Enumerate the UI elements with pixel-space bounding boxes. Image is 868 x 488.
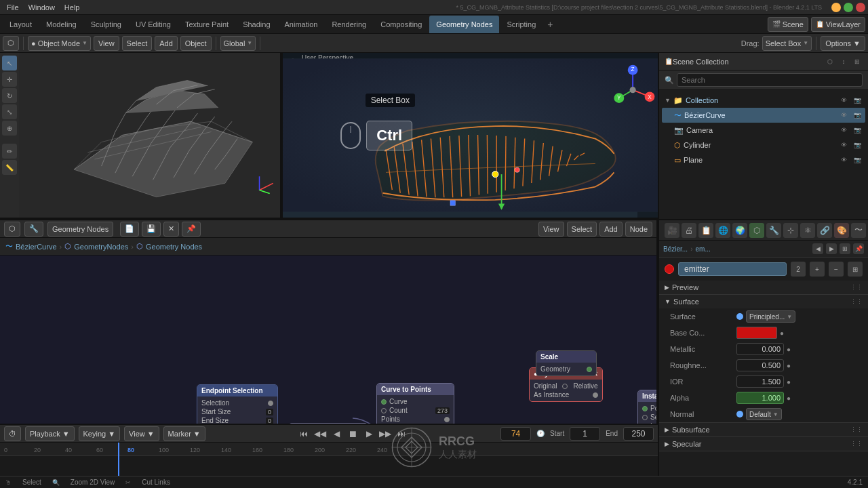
- tab-uv-editing[interactable]: UV Editing: [129, 16, 178, 33]
- select-tool-btn[interactable]: ↖: [2, 56, 17, 70]
- tab-geometry-nodes[interactable]: Geometry Nodes: [429, 16, 499, 33]
- props-world-icon[interactable]: 🌍: [732, 223, 747, 238]
- keying-btn[interactable]: Keying ▼: [79, 426, 121, 441]
- specular-section-header[interactable]: ▶ Specular ⋮⋮: [659, 437, 868, 451]
- props-material-icon[interactable]: 🎨: [834, 223, 849, 238]
- outliner-item-cylinder[interactable]: ⬡ Cylinder 👁 📷: [662, 138, 865, 152]
- viewport-main[interactable]: ◎ User Perspective (74) Collection | Béz…: [281, 53, 658, 219]
- cylinder-view-btn[interactable]: 👁: [838, 140, 849, 150]
- outliner-filter-btn[interactable]: ⬡: [825, 56, 835, 67]
- select-menu-btn[interactable]: Select: [122, 36, 153, 51]
- stop-btn[interactable]: ⏹: [346, 427, 359, 441]
- transform-tool-btn[interactable]: ⊕: [2, 121, 17, 136]
- outliner-restrict-btn[interactable]: ⊞: [852, 56, 863, 67]
- playback-btn[interactable]: Playback ▼: [25, 426, 75, 441]
- props-output-icon[interactable]: 🖨: [682, 223, 696, 238]
- tab-scripting[interactable]: Scripting: [500, 16, 542, 33]
- endpoint-selection-out-dot[interactable]: [268, 401, 273, 406]
- select-box-dropdown[interactable]: Select Box: [762, 36, 812, 51]
- collection-render-btn[interactable]: 📷: [852, 95, 863, 106]
- play-back-btn[interactable]: ◀: [330, 427, 343, 441]
- bezier-view-btn[interactable]: 👁: [838, 110, 849, 121]
- scale-tool-btn[interactable]: ⤡: [2, 104, 17, 119]
- tab-layout[interactable]: Layout: [3, 16, 39, 33]
- pin-node-tree-btn[interactable]: 📌: [182, 222, 201, 237]
- props-nav-prev-btn[interactable]: ◀: [812, 243, 823, 254]
- save-node-tree-btn[interactable]: 💾: [142, 222, 161, 237]
- iop-points-in-dot[interactable]: [642, 406, 648, 411]
- props-scene-icon[interactable]: 🌐: [715, 223, 730, 238]
- base-color-swatch[interactable]: [736, 327, 777, 339]
- timeline-editor-type-btn[interactable]: ⏱: [4, 426, 21, 441]
- maximize-btn[interactable]: [844, 3, 853, 12]
- ctp-curve-in-dot[interactable]: [381, 399, 387, 405]
- props-constraints-icon[interactable]: 🔗: [817, 223, 832, 238]
- menu-window[interactable]: Window: [24, 2, 59, 13]
- node-scale[interactable]: Scale Geometry: [536, 350, 597, 376]
- current-frame-display[interactable]: 74: [500, 427, 531, 441]
- tab-texture-paint[interactable]: Texture Paint: [178, 16, 235, 33]
- node-curve-to-points[interactable]: Curve to Points Curve Count 273 Points: [376, 383, 454, 424]
- geo-nodes-canvas[interactable]: Group Input Geometry Trim Curve Curve: [0, 256, 656, 424]
- close-btn[interactable]: [856, 3, 865, 12]
- surface-section-header[interactable]: ▼ Surface ⋮⋮: [659, 295, 868, 308]
- marker-btn[interactable]: Marker ▼: [163, 426, 205, 441]
- play-btn[interactable]: ▶: [362, 427, 376, 441]
- collection-view-btn[interactable]: 👁: [838, 95, 849, 106]
- rotate-tool-btn[interactable]: ↻: [2, 88, 17, 103]
- geo-add-btn[interactable]: Add: [599, 222, 623, 237]
- props-remove-mat-btn[interactable]: −: [829, 262, 844, 277]
- scene-selector[interactable]: 🎬 Scene: [768, 17, 808, 32]
- outliner-sync-btn[interactable]: ↕: [838, 56, 849, 67]
- editor-type-btn[interactable]: ⬡: [3, 36, 19, 51]
- step-fwd-btn[interactable]: ▶▶: [378, 427, 392, 441]
- camera-view-btn[interactable]: 👁: [838, 125, 849, 136]
- props-view-layer-icon[interactable]: 📋: [698, 223, 713, 238]
- minimize-btn[interactable]: [831, 3, 841, 12]
- move-tool-btn[interactable]: ✛: [2, 72, 17, 87]
- ctp-mode-dot[interactable]: [381, 408, 387, 413]
- breadcrumb-nodetree[interactable]: Geometry Nodes: [146, 243, 202, 251]
- object-menu-btn[interactable]: Object: [180, 36, 212, 51]
- step-back-btn[interactable]: ◀◀: [313, 427, 327, 441]
- props-slot-add-btn[interactable]: 2: [791, 262, 806, 277]
- viewport-content[interactable]: [19, 53, 280, 218]
- menu-help[interactable]: Help: [60, 2, 84, 13]
- node-instance-on-points[interactable]: Instance on Points Points Selection Inst…: [637, 390, 656, 424]
- end-frame-display[interactable]: 250: [623, 427, 654, 441]
- annotate-tool-btn[interactable]: ✏: [2, 144, 17, 159]
- geo-select-btn[interactable]: Select: [567, 222, 597, 237]
- measure-tool-btn[interactable]: 📏: [2, 160, 17, 175]
- props-physics-icon[interactable]: ⚛: [800, 223, 815, 238]
- add-workspace-btn[interactable]: +: [543, 18, 557, 31]
- timeline-view-btn[interactable]: View ▼: [124, 426, 159, 441]
- roughness-field[interactable]: [736, 359, 784, 371]
- props-nav-next-btn[interactable]: ▶: [826, 243, 837, 254]
- cylinder-render-btn[interactable]: 📷: [852, 140, 863, 150]
- new-node-tree-btn[interactable]: 📄: [120, 222, 139, 237]
- node-endpoint-selection[interactable]: Endpoint Selection Selection Start Size …: [197, 384, 278, 424]
- normal-type-dropdown[interactable]: Default: [746, 408, 782, 420]
- outliner-item-bezier[interactable]: 〜 BézierCurve 👁 📷: [662, 108, 865, 123]
- outliner-item-collection[interactable]: ▼ 📁 Collection 👁 📷: [662, 93, 865, 108]
- view-layer-selector[interactable]: 📋 ViewLayer: [811, 17, 865, 32]
- outliner-item-plane[interactable]: ▭ Plane 👁 📷: [662, 152, 865, 167]
- iop-sel-dot[interactable]: [642, 415, 648, 420]
- geo-view-btn[interactable]: View: [538, 222, 564, 237]
- cylinder-orig-dot[interactable]: [562, 384, 568, 389]
- props-data-icon[interactable]: 〜: [851, 223, 866, 238]
- ctp-points-out-dot[interactable]: [444, 417, 450, 422]
- props-add-mat-btn[interactable]: +: [810, 262, 825, 277]
- tab-compositing[interactable]: Compositing: [374, 16, 429, 33]
- cylinder-out-dot[interactable]: [593, 392, 598, 398]
- tab-animation[interactable]: Animation: [278, 16, 325, 33]
- add-menu-btn[interactable]: Add: [155, 36, 178, 51]
- transform-global-dropdown[interactable]: Global: [220, 36, 256, 51]
- props-object-icon[interactable]: ⬡: [749, 223, 764, 238]
- props-browsed-mat-btn[interactable]: ⊞: [848, 262, 863, 277]
- geo-node-btn[interactable]: Node: [625, 222, 652, 237]
- tab-shading[interactable]: Shading: [236, 16, 277, 33]
- breadcrumb-curve[interactable]: BézierCurve: [16, 243, 57, 251]
- props-pin-btn[interactable]: 📌: [853, 243, 864, 254]
- jump-start-btn[interactable]: ⏮: [297, 427, 311, 441]
